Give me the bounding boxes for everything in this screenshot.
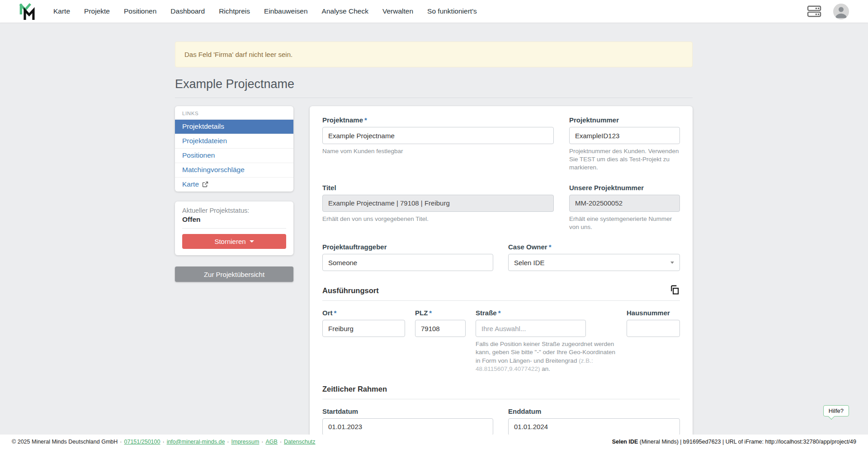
session-info: Selen IDE (Mineral Minds) | b91695ed7623… <box>612 439 856 445</box>
nav-item-verwalten[interactable]: Verwalten <box>382 7 413 15</box>
select-caret-icon <box>670 262 674 264</box>
zur-projektuebersicht-button[interactable]: Zur Projektübersicht <box>175 267 293 282</box>
unsere-projektnummer-label: Unsere Projektnummer <box>569 184 680 192</box>
nav-item-einbauweisen[interactable]: Einbauweisen <box>264 7 308 15</box>
titel-input <box>322 195 554 212</box>
separator: · <box>120 439 122 445</box>
sidebar-item-label: Projektdetails <box>182 122 224 131</box>
projektnummer-input[interactable] <box>569 127 680 144</box>
case-owner-select[interactable]: Selen IDE <box>508 254 680 271</box>
unsere-projektnummer-help: Erhält eine systemgenerierte Nummer von … <box>569 215 680 231</box>
strasse-input[interactable] <box>476 320 586 337</box>
sidebar-item-label: Karte <box>182 180 199 188</box>
enddatum-label: Enddatum <box>508 407 680 415</box>
sidebar-item-label: Projektdateien <box>182 137 227 145</box>
email-link[interactable]: info@mineral-minds.de <box>167 439 225 445</box>
status-label: Aktueller Projektstatus: <box>182 207 286 214</box>
projektname-help: Name vom Kunden festlegbar <box>322 147 554 155</box>
nav-item-richtpreis[interactable]: Richtpreis <box>219 7 250 15</box>
status-value: Offen <box>182 215 286 224</box>
caret-down-icon <box>250 240 254 243</box>
plz-input[interactable] <box>415 320 466 337</box>
startdatum-input[interactable] <box>322 418 493 435</box>
titel-help: Erhält den von uns vorgegebenen Titel. <box>322 215 554 223</box>
sidebar-item-projektdateien[interactable]: Projektdateien <box>175 134 293 148</box>
top-navbar: Karte Projekte Positionen Dashboard Rich… <box>0 0 868 23</box>
sidebar-item-label: Positionen <box>182 151 215 159</box>
copyright-text: © 2025 Mineral Minds Deutschland GmbH <box>12 439 118 445</box>
startdatum-label: Startdatum <box>322 407 493 415</box>
required-mark: * <box>549 243 552 251</box>
external-link-icon <box>202 181 208 187</box>
sidebar-item-label: Matchingvorschläge <box>182 166 245 174</box>
separator: · <box>162 439 164 445</box>
case-owner-selected-value: Selen IDE <box>514 259 545 267</box>
strasse-help: Falls die Position keiner Straße zugeord… <box>476 340 617 373</box>
project-details-card: Projektname* Name vom Kunden festlegbar … <box>310 106 693 449</box>
projektnummer-label: Projektnummer <box>569 116 680 124</box>
ausfuehrungsort-section-header: Ausführungsort <box>322 285 680 301</box>
links-header: LINKS <box>175 106 293 119</box>
unsere-projektnummer-input <box>569 195 680 212</box>
separator: · <box>227 439 229 445</box>
case-owner-label: Case Owner* <box>508 243 680 251</box>
main-navigation: Karte Projekte Positionen Dashboard Rich… <box>53 7 491 15</box>
sidebar-item-positionen[interactable]: Positionen <box>175 148 293 163</box>
titel-label: Titel <box>322 184 554 192</box>
agb-link[interactable]: AGB <box>266 439 278 445</box>
nav-item-dashboard[interactable]: Dashboard <box>170 7 205 15</box>
footer: © 2025 Mineral Minds Deutschland GmbH · … <box>0 435 868 449</box>
hausnummer-label: Hausnummer <box>627 309 680 317</box>
project-status-card: Aktueller Projektstatus: Offen Storniere… <box>175 201 293 255</box>
separator: · <box>261 439 263 445</box>
required-mark: * <box>429 309 432 317</box>
server-status-icon[interactable] <box>807 5 821 18</box>
divider <box>182 228 286 229</box>
ort-label: Ort* <box>322 309 405 317</box>
nav-item-analyse-check[interactable]: Analyse Check <box>322 7 368 15</box>
impressum-link[interactable]: Impressum <box>231 439 259 445</box>
stornieren-button-label: Stornieren <box>214 238 245 245</box>
user-avatar[interactable] <box>833 4 849 19</box>
separator: · <box>280 439 282 445</box>
overview-button-label: Zur Projektübersicht <box>204 271 264 278</box>
hausnummer-input[interactable] <box>627 320 680 337</box>
nav-item-karte[interactable]: Karte <box>53 7 70 15</box>
datenschutz-link[interactable]: Datenschutz <box>284 439 315 445</box>
sidebar-item-projektdetails[interactable]: Projektdetails <box>175 119 293 134</box>
projektauftraggeber-label: Projektauftraggeber <box>322 243 493 251</box>
required-mark: * <box>364 116 367 124</box>
enddatum-input[interactable] <box>508 418 680 435</box>
mineral-minds-logo[interactable] <box>19 2 36 20</box>
nav-item-projekte[interactable]: Projekte <box>84 7 110 15</box>
zeitlicher-rahmen-section-header: Zeitlicher Rahmen <box>322 385 680 399</box>
required-mark: * <box>498 309 501 317</box>
hilfe-button[interactable]: Hilfe? <box>823 405 849 416</box>
validation-alert: Das Feld 'Firma' darf nicht leer sein. <box>175 42 693 67</box>
nav-item-so-funktionierts[interactable]: So funktioniert's <box>427 7 477 15</box>
projektname-input[interactable] <box>322 127 554 144</box>
sidebar-links-card: LINKS Projektdetails Projektdateien Posi… <box>175 106 293 192</box>
zeitlicher-rahmen-heading: Zeitlicher Rahmen <box>322 385 387 393</box>
sidebar-item-karte[interactable]: Karte <box>175 177 293 192</box>
stornieren-button[interactable]: Stornieren <box>182 234 286 249</box>
phone-link[interactable]: 07151/250100 <box>124 439 160 445</box>
nav-item-positionen[interactable]: Positionen <box>124 7 156 15</box>
logo-icon <box>19 2 36 20</box>
alert-message: Das Feld 'Firma' darf nicht leer sein. <box>184 51 292 58</box>
projektauftraggeber-input[interactable] <box>322 254 493 271</box>
ort-input[interactable] <box>322 320 405 337</box>
ausfuehrungsort-heading: Ausführungsort <box>322 286 379 295</box>
projektname-label: Projektname* <box>322 116 554 124</box>
strasse-label: Straße* <box>476 309 617 317</box>
required-mark: * <box>334 309 337 317</box>
sidebar-item-matchingvorschlaege[interactable]: Matchingvorschläge <box>175 163 293 177</box>
projektnummer-help: Projektnummer des Kunden. Verwenden Sie … <box>569 147 680 172</box>
plz-label: PLZ* <box>415 309 466 317</box>
copy-icon <box>670 285 680 295</box>
page-title: Example Projectname <box>175 77 693 98</box>
copy-address-button[interactable] <box>670 285 680 295</box>
